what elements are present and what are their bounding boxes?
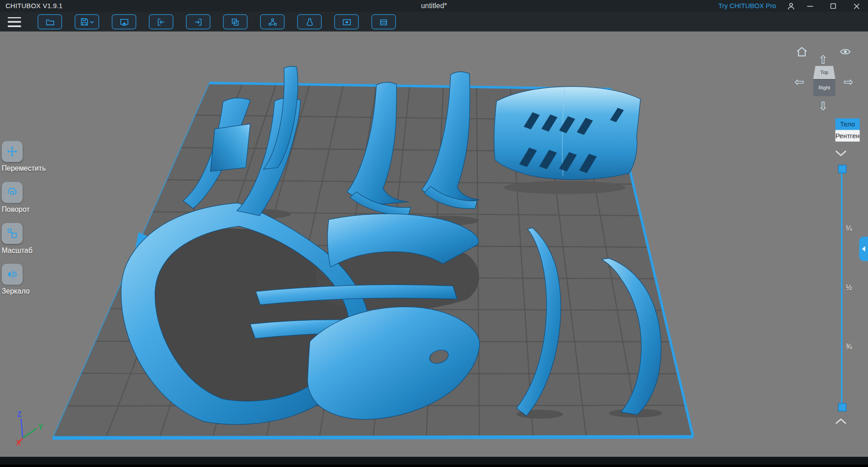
rotate-label: Поворот bbox=[2, 205, 50, 213]
model-hood[interactable] bbox=[494, 87, 641, 180]
mirror-icon bbox=[7, 269, 18, 280]
clip-label-quarter: ¼ bbox=[846, 224, 852, 232]
clip-collapse-chevron[interactable] bbox=[835, 149, 847, 159]
auto-layout-button[interactable] bbox=[260, 14, 285, 29]
rotate-view-down-arrow[interactable]: ⇩ bbox=[818, 100, 828, 112]
screenshot-icon bbox=[119, 18, 129, 27]
view-options-button[interactable] bbox=[839, 47, 851, 56]
render-mode-xray[interactable]: Рентген bbox=[835, 130, 860, 142]
slice-button[interactable] bbox=[372, 14, 396, 29]
try-pro-link[interactable]: Try CHITUBOX Pro bbox=[718, 2, 776, 10]
chevron-down-icon bbox=[835, 150, 847, 157]
move-label: Переместить bbox=[2, 164, 50, 173]
settings-panel-expand-handle[interactable] bbox=[859, 237, 868, 261]
mirror-label: Зеркало bbox=[2, 287, 50, 295]
save-dropdown-caret-icon bbox=[90, 19, 94, 24]
tool-move: Переместить bbox=[0, 141, 50, 182]
hollow-icon bbox=[305, 18, 313, 27]
chevron-up-icon bbox=[835, 418, 847, 425]
copy-button[interactable] bbox=[223, 14, 247, 29]
clip-slider-bottom-handle[interactable] bbox=[838, 403, 846, 411]
axis-z-label: Z bbox=[17, 411, 22, 418]
app-title: CHITUBOX V1.9.1 bbox=[5, 2, 62, 10]
open-file-icon bbox=[45, 18, 55, 27]
mirror-button[interactable] bbox=[2, 264, 23, 285]
maximize-button[interactable] bbox=[821, 0, 844, 12]
save-button[interactable] bbox=[75, 14, 99, 29]
view-cube-top-face[interactable]: Top bbox=[813, 66, 835, 79]
auto-layout-icon bbox=[268, 18, 277, 27]
app-window: CHITUBOX V1.9.1 untitled* Try CHITUBOX P… bbox=[0, 0, 868, 467]
dig-hole-button[interactable] bbox=[335, 14, 359, 29]
menu-button[interactable] bbox=[8, 17, 21, 27]
rotate-view-left-arrow[interactable]: ⇦ bbox=[794, 76, 804, 88]
move-icon bbox=[7, 146, 18, 157]
dig-hole-icon bbox=[342, 18, 351, 27]
view-cube[interactable]: Top Right bbox=[813, 66, 835, 96]
close-icon bbox=[854, 3, 859, 9]
minimize-button[interactable] bbox=[798, 0, 821, 12]
rotate-button[interactable] bbox=[2, 182, 23, 203]
export-button[interactable] bbox=[186, 14, 210, 29]
minimize-icon bbox=[807, 3, 813, 9]
move-button[interactable] bbox=[2, 141, 23, 162]
hollow-button[interactable] bbox=[297, 14, 322, 29]
render-mode-toggle: Тело Рентген bbox=[835, 118, 860, 141]
titlebar: CHITUBOX V1.9.1 untitled* Try CHITUBOX P… bbox=[0, 0, 868, 12]
tool-scale: Масштаб bbox=[0, 223, 50, 264]
main-toolbar bbox=[0, 12, 868, 32]
rotate-icon bbox=[7, 187, 18, 198]
tool-rotate: Поворот bbox=[0, 182, 50, 223]
tool-mirror: Зеркало bbox=[0, 264, 50, 305]
home-view-button[interactable] bbox=[795, 46, 808, 57]
viewport: Z Y X Переместить bbox=[0, 32, 868, 457]
view-eye-icon bbox=[840, 47, 851, 56]
axis-indicator: Z Y X bbox=[16, 411, 43, 446]
clip-expand-chevron[interactable] bbox=[835, 417, 847, 427]
view-cube-front-face[interactable]: Right bbox=[813, 79, 835, 96]
import-icon bbox=[157, 18, 166, 27]
copy-icon bbox=[231, 18, 240, 27]
slice-icon bbox=[379, 18, 388, 27]
user-icon bbox=[787, 2, 795, 10]
export-icon bbox=[194, 18, 203, 27]
clip-slider-track[interactable] bbox=[841, 167, 843, 409]
rotate-view-up-arrow[interactable]: ⇧ bbox=[818, 54, 828, 65]
left-tool-panel: Переместить Поворот bbox=[0, 141, 50, 304]
maximize-icon bbox=[830, 3, 836, 9]
bottom-status-bar bbox=[0, 457, 868, 467]
close-button[interactable] bbox=[845, 0, 868, 12]
screenshot-button[interactable] bbox=[112, 14, 136, 29]
rotate-view-right-arrow[interactable]: ⇨ bbox=[844, 76, 854, 88]
document-title: untitled* bbox=[421, 2, 447, 10]
axis-x-label: X bbox=[16, 439, 21, 447]
scale-label: Масштаб bbox=[2, 246, 50, 254]
chevron-left-icon bbox=[862, 246, 865, 252]
scale-icon bbox=[7, 228, 18, 238]
save-icon bbox=[80, 18, 88, 26]
open-file-button[interactable] bbox=[38, 14, 62, 29]
clip-slider-top-handle[interactable] bbox=[838, 165, 846, 173]
viewport-scene: Z Y X bbox=[0, 32, 868, 457]
scale-button[interactable] bbox=[2, 223, 23, 244]
home-icon bbox=[796, 46, 807, 56]
import-button[interactable] bbox=[149, 14, 173, 29]
user-account-button[interactable] bbox=[784, 0, 798, 12]
clip-label-half: ½ bbox=[846, 283, 852, 291]
render-mode-body[interactable]: Тело bbox=[835, 118, 860, 130]
axis-y-label: Y bbox=[38, 423, 43, 431]
clip-label-three-quarter: ¾ bbox=[846, 342, 852, 350]
